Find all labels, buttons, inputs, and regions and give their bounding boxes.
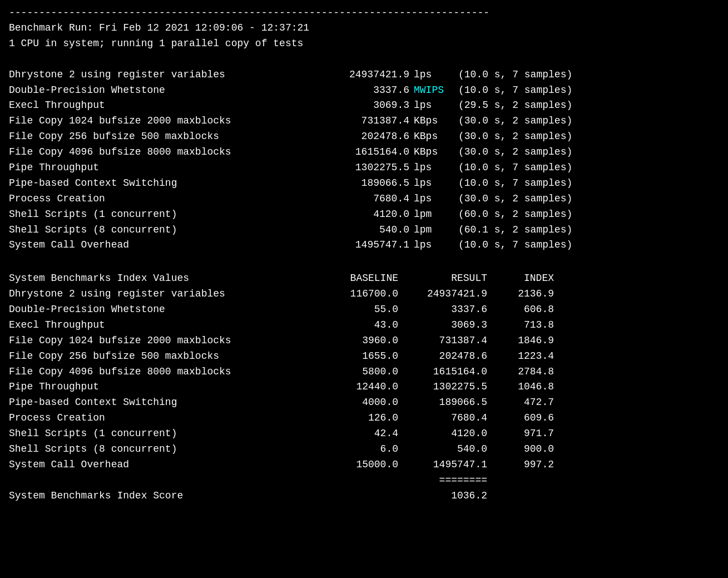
idx-result: 189066.5 <box>398 395 487 411</box>
idx-result: 1302275.5 <box>398 379 487 395</box>
idx-baseline: 55.0 <box>320 302 398 318</box>
bench-unit: KBps <box>409 113 454 129</box>
idx-name: System Call Overhead <box>9 457 320 473</box>
idx-baseline: 5800.0 <box>320 364 398 380</box>
idx-name: File Copy 1024 bufsize 2000 maxblocks <box>9 333 320 349</box>
idx-index: 2784.8 <box>487 364 554 380</box>
benchmark-row: Execl Throughput3069.3lps(29.5 s, 2 samp… <box>9 98 719 113</box>
idx-index: 971.7 <box>487 426 554 442</box>
benchmark-list: Dhrystone 2 using register variables2493… <box>9 67 719 254</box>
idx-index: 900.0 <box>487 442 554 457</box>
bench-name: Double-Precision Whetstone <box>9 83 320 98</box>
bench-value: 1615164.0 <box>320 145 409 160</box>
bench-extra: (30.0 s, 2 samples) <box>454 191 719 207</box>
idx-result: 1615164.0 <box>398 364 487 380</box>
idx-name: Double-Precision Whetstone <box>9 302 320 318</box>
benchmark-row: System Call Overhead1495747.1lps(10.0 s,… <box>9 238 719 253</box>
bench-unit: MWIPS <box>409 83 454 98</box>
index-row: Pipe-based Context Switching4000.0189066… <box>9 395 719 411</box>
idx-result: 24937421.9 <box>398 286 487 302</box>
bench-extra: (30.0 s, 2 samples) <box>454 145 719 160</box>
idx-baseline: 3960.0 <box>320 333 398 349</box>
benchmark-row: Double-Precision Whetstone3337.6MWIPS(10… <box>9 83 719 98</box>
idx-baseline: 43.0 <box>320 318 398 333</box>
bench-value: 3337.6 <box>320 83 409 98</box>
idx-index: 997.2 <box>487 457 554 473</box>
bench-unit: lps <box>409 98 454 113</box>
bench-name: Process Creation <box>9 191 320 207</box>
index-header-row: System Benchmarks Index ValuesBASELINERE… <box>9 271 719 286</box>
idx-baseline: 12440.0 <box>320 379 398 395</box>
benchmark-row: Pipe Throughput1302275.5lps(10.0 s, 7 sa… <box>9 160 719 176</box>
benchmark-row: Shell Scripts (1 concurrent)4120.0lpm(60… <box>9 207 719 223</box>
idx-result: 3337.6 <box>398 302 487 318</box>
benchmark-row: File Copy 256 bufsize 500 maxblocks20247… <box>9 129 719 145</box>
idx-index: 609.6 <box>487 411 554 426</box>
bench-extra: (30.0 s, 2 samples) <box>454 113 719 129</box>
bench-extra: (10.0 s, 7 samples) <box>454 160 719 176</box>
idx-name: File Copy 256 bufsize 500 maxblocks <box>9 349 320 364</box>
idx-index: 606.8 <box>487 302 554 318</box>
index-header-row: System Benchmarks Index ValuesBASELINERE… <box>9 271 303 286</box>
index-row: Process Creation126.07680.4609.6 <box>9 411 719 426</box>
idx-name: Shell Scripts (8 concurrent) <box>9 442 320 457</box>
bench-name: Dhrystone 2 using register variables <box>9 67 320 83</box>
index-row: File Copy 4096 bufsize 8000 maxblocks580… <box>9 364 719 380</box>
idx-baseline: 1655.0 <box>320 349 398 364</box>
bench-name: File Copy 256 bufsize 500 maxblocks <box>9 129 320 145</box>
idx-baseline: 116700.0 <box>320 286 398 302</box>
bench-value: 540.0 <box>320 223 409 238</box>
benchmark-row: Pipe-based Context Switching189066.5lps(… <box>9 176 719 191</box>
index-header-index: INDEX <box>487 271 554 286</box>
bench-unit: lpm <box>409 223 454 238</box>
bench-value: 731387.4 <box>320 113 409 129</box>
idx-name: Process Creation <box>9 411 320 426</box>
idx-baseline: 15000.0 <box>320 457 398 473</box>
bench-value: 202478.6 <box>320 129 409 145</box>
idx-baseline: 4000.0 <box>320 395 398 411</box>
idx-baseline: 126.0 <box>320 411 398 426</box>
benchmark-row: Shell Scripts (8 concurrent)540.0lpm(60.… <box>9 223 719 238</box>
header-line1: Benchmark Run: Fri Feb 12 2021 12:09:06 … <box>9 21 719 36</box>
bench-extra: (29.5 s, 2 samples) <box>454 98 719 113</box>
benchmark-row: Process Creation7680.4lps(30.0 s, 2 samp… <box>9 191 719 207</box>
index-header-result: RESULT <box>398 271 487 286</box>
bench-value: 4120.0 <box>320 207 409 223</box>
bench-value: 189066.5 <box>320 176 409 191</box>
bench-name: File Copy 4096 bufsize 8000 maxblocks <box>9 145 320 160</box>
idx-index: 1846.9 <box>487 333 554 349</box>
bench-value: 3069.3 <box>320 98 409 113</box>
bench-extra: (10.0 s, 7 samples) <box>454 67 719 83</box>
index-header-baseline: BASELINE <box>320 271 398 286</box>
idx-name: Pipe Throughput <box>9 379 320 395</box>
index-row: File Copy 256 bufsize 500 maxblocks1655.… <box>9 349 719 364</box>
index-row: Execl Throughput43.03069.3713.8 <box>9 318 719 333</box>
bench-unit: lps <box>409 67 454 83</box>
benchmark-row: File Copy 1024 bufsize 2000 maxblocks731… <box>9 113 719 129</box>
bench-extra: (30.0 s, 2 samples) <box>454 129 719 145</box>
bench-unit: lps <box>409 160 454 176</box>
separator-top: ----------------------------------------… <box>9 6 719 21</box>
bench-unit: lps <box>409 176 454 191</box>
bench-unit: lpm <box>409 207 454 223</box>
idx-name: Pipe-based Context Switching <box>9 395 320 411</box>
index-row: Pipe Throughput12440.01302275.51046.8 <box>9 379 719 395</box>
idx-index: 2136.9 <box>487 286 554 302</box>
score-row: System Benchmarks Index Score 1036.2 <box>9 488 719 504</box>
idx-result: 4120.0 <box>398 426 487 442</box>
bench-extra: (10.0 s, 7 samples) <box>454 83 719 98</box>
bench-name: File Copy 1024 bufsize 2000 maxblocks <box>9 113 320 129</box>
bench-value: 1495747.1 <box>320 238 409 253</box>
bench-extra: (60.0 s, 2 samples) <box>454 207 719 223</box>
bench-value: 24937421.9 <box>320 67 409 83</box>
idx-name: Shell Scripts (1 concurrent) <box>9 426 320 442</box>
index-row: Double-Precision Whetstone55.03337.6606.… <box>9 302 719 318</box>
bench-name: Execl Throughput <box>9 98 320 113</box>
index-row: Shell Scripts (8 concurrent)6.0540.0900.… <box>9 442 719 457</box>
bench-name: Pipe-based Context Switching <box>9 176 320 191</box>
idx-name: Dhrystone 2 using register variables <box>9 286 320 302</box>
index-list: Dhrystone 2 using register variables1167… <box>9 286 719 473</box>
idx-result: 1495747.1 <box>398 457 487 473</box>
idx-name: Execl Throughput <box>9 318 320 333</box>
index-row: System Call Overhead15000.01495747.1997.… <box>9 457 719 473</box>
